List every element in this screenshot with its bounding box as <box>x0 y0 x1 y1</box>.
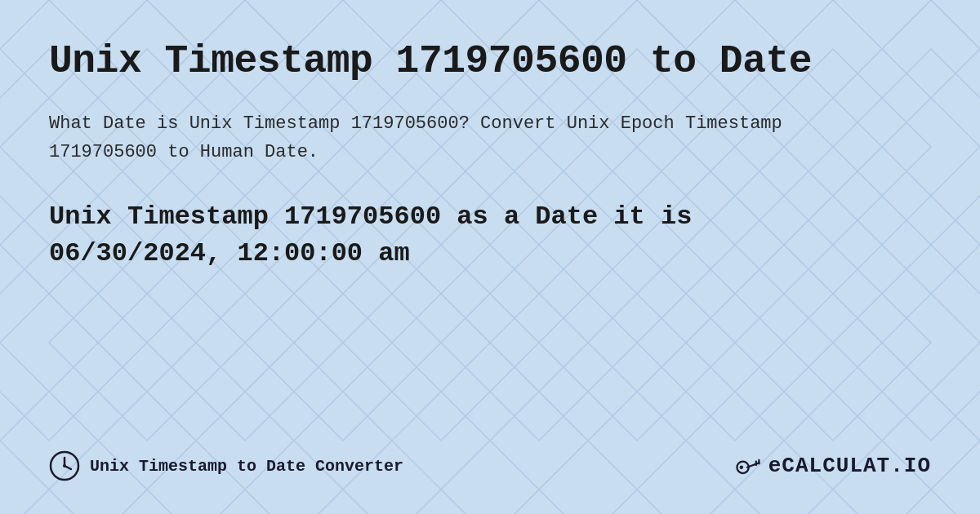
result-section: Unix Timestamp 1719705600 as a Date it i… <box>49 199 931 273</box>
logo-text: eCALCULAT.IO <box>768 454 931 478</box>
svg-point-65 <box>739 466 743 470</box>
footer-left: Unix Timestamp to Date Converter <box>49 450 403 481</box>
page-title: Unix Timestamp 1719705600 to Date <box>49 39 931 83</box>
logo-icon <box>733 451 762 481</box>
footer: Unix Timestamp to Date Converter eCALCUL… <box>49 434 931 481</box>
footer-label: Unix Timestamp to Date Converter <box>90 457 403 476</box>
logo: eCALCULAT.IO <box>733 451 931 481</box>
result-text: Unix Timestamp 1719705600 as a Date it i… <box>49 199 825 273</box>
clock-icon <box>49 450 80 481</box>
page-description: What Date is Unix Timestamp 1719705600? … <box>49 109 784 166</box>
svg-point-60 <box>63 464 66 467</box>
